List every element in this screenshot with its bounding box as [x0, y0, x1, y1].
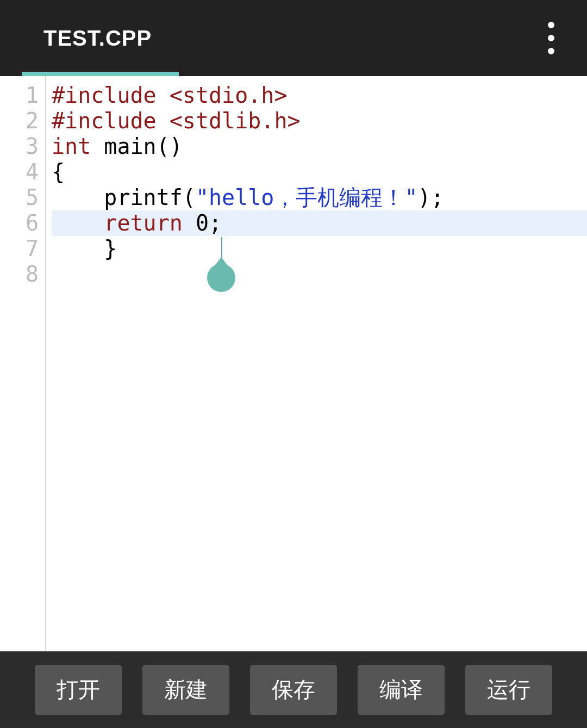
code-token: #include — [52, 108, 170, 133]
line-gutter: 12345678 — [0, 76, 46, 651]
file-tab[interactable]: TEST.CPP — [0, 0, 179, 76]
line-number: 5 — [0, 185, 45, 210]
code-editor[interactable]: 12345678 #include <stdio.h>#include <std… — [0, 76, 587, 651]
line-number: 7 — [0, 236, 45, 262]
code-token: printf( — [52, 185, 196, 210]
code-content[interactable]: #include <stdio.h>#include <stdlib.h>int… — [46, 76, 587, 651]
save-button[interactable]: 保存 — [250, 665, 337, 715]
code-token: #include — [52, 83, 170, 108]
code-token: "hello，手机编程！" — [196, 185, 418, 210]
code-token: return — [104, 210, 183, 235]
more-vert-icon[interactable] — [537, 11, 565, 65]
open-button[interactable]: 打开 — [35, 665, 122, 715]
code-token: int — [52, 134, 91, 159]
line-number: 6 — [0, 210, 45, 236]
file-tab-title: TEST.CPP — [43, 26, 152, 51]
line-number: 1 — [0, 83, 45, 108]
bottom-toolbar: 打开新建保存编译运行 — [0, 651, 587, 728]
code-token: { — [52, 159, 65, 184]
code-line[interactable]: return 0; — [52, 210, 587, 236]
line-number: 2 — [0, 108, 45, 134]
line-number: 4 — [0, 159, 45, 185]
code-token: 0; — [183, 210, 222, 235]
code-token: <stdlib.h> — [170, 108, 301, 133]
code-line[interactable]: int main() — [52, 134, 587, 159]
code-line[interactable]: #include <stdlib.h> — [52, 108, 587, 134]
code-line[interactable]: #include <stdio.h> — [52, 83, 587, 108]
new-button[interactable]: 新建 — [142, 665, 229, 715]
code-token: ); — [417, 185, 444, 210]
code-line[interactable]: printf("hello，手机编程！"); — [52, 185, 587, 210]
cursor-drag-handle[interactable] — [207, 264, 235, 292]
compile-button[interactable]: 编译 — [358, 665, 445, 715]
run-button[interactable]: 运行 — [465, 665, 552, 715]
code-token: } — [52, 236, 117, 261]
app-header: TEST.CPP — [0, 0, 587, 76]
line-number: 8 — [0, 262, 45, 287]
code-token — [52, 210, 104, 235]
code-token: <stdio.h> — [170, 83, 288, 108]
line-number: 3 — [0, 134, 45, 159]
code-token: main() — [91, 134, 183, 159]
code-line[interactable]: } — [52, 236, 587, 262]
text-cursor — [221, 237, 222, 260]
code-line[interactable]: { — [52, 159, 587, 185]
